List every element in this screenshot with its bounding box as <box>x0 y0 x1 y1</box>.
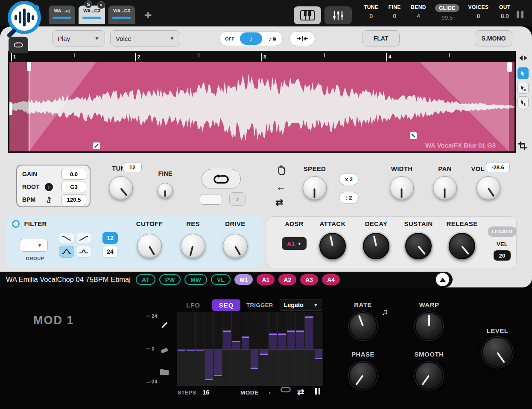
tab-seq[interactable]: SEQ <box>212 299 240 311</box>
region-tool-button[interactable] <box>517 96 529 108</box>
steps-value[interactable]: 16 <box>202 389 210 396</box>
filter-peak-button[interactable] <box>76 246 91 258</box>
gain-value[interactable]: 0.0 <box>61 169 86 180</box>
legato-button[interactable]: LEGATO <box>488 226 517 237</box>
slice-tool-button[interactable] <box>517 82 529 94</box>
badge-a3[interactable]: A3 <box>300 274 318 285</box>
tune-value[interactable]: 12 <box>123 162 142 172</box>
vel-value[interactable]: 20 <box>494 250 511 261</box>
start-marker-line[interactable] <box>29 62 29 151</box>
trigger-dropdown[interactable]: Legato▼ <box>280 299 322 311</box>
release-knob[interactable] <box>449 233 475 259</box>
erase-tool-button[interactable] <box>159 345 170 356</box>
add-tab-button[interactable]: + <box>144 8 152 22</box>
glide-global-label[interactable]: GLIDE <box>435 4 459 12</box>
speed-knob[interactable] <box>303 176 327 200</box>
fade-in-handle[interactable] <box>93 142 100 149</box>
mixer-view-button[interactable] <box>324 6 352 24</box>
hand-drag-button[interactable] <box>277 165 287 177</box>
solo-badge[interactable]: S <box>85 0 92 8</box>
width-expander-icon[interactable] <box>519 55 527 61</box>
tune-global-value[interactable]: 0 <box>369 13 373 19</box>
rate-sync-icon[interactable]: ♫ <box>382 307 388 317</box>
flat-button[interactable]: FLAT <box>362 30 400 46</box>
draw-tool-button[interactable] <box>159 320 170 331</box>
waveform-editor[interactable]: 1 2 3 4 WA VocalFX Blur 01 G3 <box>8 51 516 153</box>
decay-knob[interactable] <box>363 233 389 259</box>
attack-knob[interactable] <box>319 233 346 259</box>
cutoff-knob[interactable] <box>137 234 162 258</box>
tune-knob[interactable] <box>109 176 133 200</box>
shuffle-button[interactable]: ⇄ <box>275 197 283 208</box>
vol-knob[interactable] <box>476 176 500 200</box>
reverse-button[interactable]: ← <box>276 181 286 193</box>
sync-note-lock-button[interactable]: ♪ <box>263 35 282 42</box>
mode-forward-button[interactable]: → <box>264 387 272 397</box>
filter-highpass-button[interactable] <box>76 232 91 244</box>
res-knob[interactable] <box>181 234 205 258</box>
pan-knob[interactable] <box>433 176 457 200</box>
warp-knob[interactable] <box>415 312 443 340</box>
filter-lowpass-button[interactable] <box>59 232 74 244</box>
smooth-knob[interactable] <box>415 362 443 390</box>
mode-hold-button[interactable] <box>315 388 320 394</box>
sync-off-button[interactable]: OFF <box>220 36 240 41</box>
browser-expand-button[interactable] <box>435 272 450 287</box>
resize-grip-icon[interactable] <box>517 11 523 18</box>
preset-name[interactable]: WA Emilia VocalChop 04 75BPM Ebmaj <box>6 272 131 287</box>
sample-tab-3[interactable]: WA...G3 <box>108 6 135 24</box>
mode-pingpong-button[interactable]: ⇄ <box>297 387 304 397</box>
drive-knob[interactable] <box>223 234 248 258</box>
filter-bandpass-button[interactable] <box>59 246 74 258</box>
crop-button[interactable] <box>517 141 528 153</box>
play-mode-dropdown[interactable]: Play▼ <box>52 30 105 46</box>
fade-out-handle[interactable] <box>410 132 417 139</box>
fine-knob[interactable] <box>158 183 173 198</box>
bpm-value[interactable]: 120.5 <box>61 194 86 205</box>
badge-a1[interactable]: A1 <box>257 274 275 285</box>
voice-mode-dropdown[interactable]: Voice▼ <box>110 30 180 46</box>
sample-tab-1[interactable]: WA ...aj <box>49 6 75 24</box>
sync-note-button[interactable]: ♪ <box>240 32 262 45</box>
envelope-slot-dropdown[interactable]: A1▼ <box>282 237 307 250</box>
glide-global-value[interactable]: 99.5 <box>441 15 453 21</box>
slope-12-button[interactable]: 12 <box>102 232 118 244</box>
badge-pw[interactable]: PW <box>159 274 181 285</box>
stereo-mono-button[interactable]: S.MONO <box>475 30 512 46</box>
mode-loop-button[interactable] <box>279 386 292 393</box>
badge-vl[interactable]: VL <box>211 274 231 285</box>
voices-global-value[interactable]: 8 <box>477 13 480 19</box>
loop-mode-button[interactable] <box>202 169 241 189</box>
out-global-value[interactable]: 8.0 <box>501 13 509 19</box>
end-marker-flag[interactable] <box>507 62 512 72</box>
speed-half-button[interactable]: : 2 <box>339 192 359 203</box>
flip-loop-tab[interactable] <box>9 37 28 53</box>
slope-24-button[interactable]: 24 <box>102 246 118 258</box>
speed-double-button[interactable]: x 2 <box>339 174 359 185</box>
root-value[interactable]: G3 <box>61 182 86 192</box>
badge-a4[interactable]: A4 <box>322 274 340 285</box>
phase-knob[interactable] <box>349 362 377 390</box>
waveform-display[interactable] <box>9 62 514 151</box>
loop-length-value[interactable] <box>200 194 222 205</box>
badge-mw[interactable]: MW <box>184 274 207 285</box>
vol-value[interactable]: -28.6 <box>486 162 510 172</box>
filter-group-dropdown[interactable]: -▼ <box>20 239 48 252</box>
preset-shapes-button[interactable] <box>159 367 170 378</box>
tab-lfo[interactable]: LFO <box>186 302 200 309</box>
left-edge-handle[interactable] <box>9 102 12 115</box>
badge-a2[interactable]: A2 <box>278 274 296 285</box>
start-marker-flag[interactable] <box>27 62 31 71</box>
snap-to-zero-button[interactable] <box>289 31 315 46</box>
close-tab-icon[interactable]: × <box>97 1 105 9</box>
sustain-knob[interactable] <box>405 233 432 259</box>
bend-global-value[interactable]: 4 <box>417 13 420 19</box>
loop-sync-button[interactable]: ♪ <box>229 192 246 206</box>
fine-global-value[interactable]: 0 <box>393 13 397 19</box>
rate-knob[interactable] <box>349 312 377 340</box>
width-knob[interactable] <box>390 176 414 200</box>
select-tool-button[interactable] <box>517 67 529 79</box>
keyboard-view-button[interactable] <box>294 6 321 24</box>
badge-at[interactable]: AT <box>136 274 155 285</box>
level-knob[interactable] <box>482 337 513 368</box>
